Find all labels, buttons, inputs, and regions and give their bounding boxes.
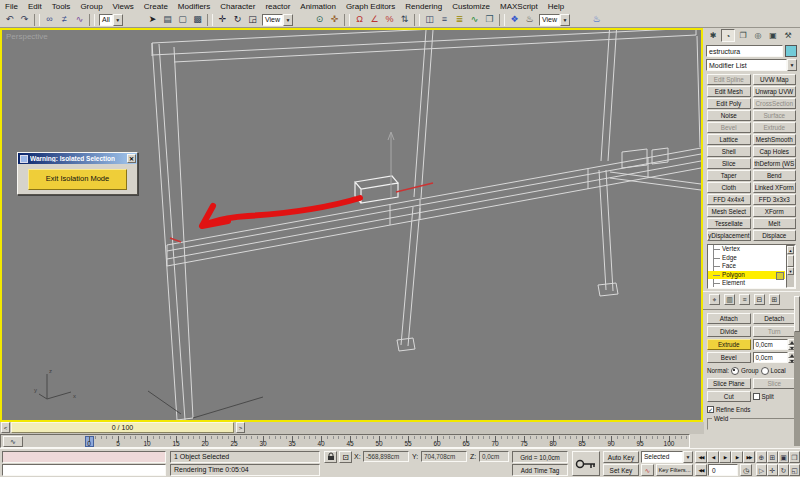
go-to-end-button[interactable]: ▶▶ [743, 451, 755, 463]
chevron-down-icon[interactable]: ▼ [560, 14, 570, 26]
y-coordinate-field[interactable]: 704,708cm [421, 451, 467, 462]
ffd-3x3x3-button[interactable]: FFD 3x3x3 [753, 194, 797, 205]
set-keys-button[interactable] [572, 451, 600, 476]
bind-to-space-warp-icon[interactable]: ∿ [72, 13, 87, 26]
stack-item-vertex[interactable]: Vertex [708, 245, 785, 254]
pin-stack-icon[interactable]: ⌖ [709, 294, 720, 305]
add-time-tag[interactable]: Add Time Tag [512, 464, 568, 476]
z-coordinate-field[interactable]: 0,0cm [479, 451, 509, 462]
perspective-viewport[interactable]: x y z Perspective [0, 28, 703, 422]
meshsmooth-button[interactable]: MeshSmooth [753, 134, 797, 145]
select-by-name-icon[interactable]: ▤ [160, 13, 175, 26]
select-and-link-icon[interactable]: ∞ [42, 13, 57, 26]
zoom-all-button[interactable]: ⊞ [767, 451, 778, 463]
attach-button[interactable]: Attach [707, 313, 751, 324]
chevron-down-icon[interactable]: ▼ [283, 14, 293, 26]
uvw-map-button[interactable]: UVW Map [753, 74, 797, 85]
menu-item-help[interactable]: Help [543, 2, 569, 11]
viewport-label[interactable]: Perspective [6, 32, 48, 41]
warning-dialog-titlebar[interactable]: Warning: Isolated Selection ✕ [18, 153, 137, 164]
menu-item-maxscript[interactable]: MAXScript [495, 2, 543, 11]
taper-button[interactable]: Taper [707, 170, 751, 181]
tab-hierarchy[interactable]: ❐ [736, 29, 750, 42]
scroll-up-icon[interactable]: ▲ [787, 246, 794, 254]
go-to-start-button[interactable]: ◀◀ [695, 451, 707, 463]
panel-scrollbar-thumb[interactable] [794, 296, 800, 332]
menu-item-create[interactable]: Create [139, 2, 173, 11]
key-filters-button[interactable]: Key Filters... [656, 464, 693, 476]
menu-item-file[interactable]: File [0, 2, 23, 11]
slice-plane-button[interactable]: Slice Plane [707, 378, 751, 389]
show-end-result-icon[interactable]: ▥ [724, 294, 735, 305]
selection-filter-dropdown[interactable]: All▼ [99, 14, 143, 26]
shell-button[interactable]: Shell [707, 146, 751, 157]
percent-snap-icon[interactable]: % [382, 13, 397, 26]
menu-item-group[interactable]: Group [75, 2, 107, 11]
time-slider-prev-button[interactable]: < [1, 422, 10, 433]
thdeform-ws-button[interactable]: thDeform (WS [753, 158, 797, 169]
menu-item-reactor[interactable]: reactor [260, 2, 295, 11]
mini-curve-editor-button[interactable]: ∿ [3, 436, 23, 447]
tab-display[interactable]: ▣ [766, 29, 780, 42]
exit-isolation-mode-button[interactable]: Exit Isolation Mode [28, 169, 127, 190]
menu-item-animation[interactable]: Animation [295, 2, 341, 11]
menu-item-views[interactable]: Views [108, 2, 139, 11]
reference-coordinate-dropdown[interactable]: View▼ [262, 14, 310, 26]
refine-ends-checkbox[interactable]: ✓ [707, 406, 714, 413]
material-editor-icon[interactable]: ❖ [507, 13, 522, 26]
stack-item-element[interactable]: Element [708, 279, 785, 288]
object-color-swatch[interactable] [785, 45, 797, 57]
lattice-button[interactable]: Lattice [707, 134, 751, 145]
tab-motion[interactable]: ◎ [751, 29, 765, 42]
previous-key-button[interactable]: ◀◀ [695, 464, 707, 476]
zoom-extents-button[interactable]: ▣ [778, 451, 789, 463]
use-pivot-point-icon[interactable]: ⊙ [312, 13, 327, 26]
chevron-down-icon[interactable]: ▼ [683, 451, 693, 463]
split-checkbox[interactable] [753, 393, 760, 400]
object-name-field[interactable]: estructura [706, 45, 783, 57]
menu-item-modifiers[interactable]: Modifiers [173, 2, 215, 11]
cut-button[interactable]: Cut [707, 391, 751, 402]
modifier-list-dropdown[interactable]: Modifier List [706, 59, 787, 71]
normal-group-radio[interactable] [731, 367, 739, 375]
render-type-dropdown[interactable]: View▼ [539, 14, 587, 26]
arc-rotate-button[interactable]: ↻ [778, 464, 789, 476]
default-in-out-tangents-button[interactable]: ∿ [641, 464, 654, 476]
time-slider-handle[interactable]: 0 / 100 [11, 422, 234, 433]
stack-scrollbar[interactable]: ▲▼ [786, 245, 795, 288]
edit-poly-button[interactable]: Edit Poly [707, 98, 751, 109]
ydisplacement-button[interactable]: yDisplacement [707, 230, 751, 241]
xform-button[interactable]: XForm [753, 206, 797, 217]
curve-editor-icon[interactable]: ∿ [467, 13, 482, 26]
mesh-select-button[interactable]: Mesh Select [707, 206, 751, 217]
zoom-extents-all-button[interactable]: ❐ [789, 451, 800, 463]
configure-modifier-sets-icon[interactable]: ⊞ [769, 294, 780, 305]
ffd-4x4x4-button[interactable]: FFD 4x4x4 [707, 194, 751, 205]
displace-button[interactable]: Displace [753, 230, 797, 241]
menu-item-tools[interactable]: Tools [47, 2, 76, 11]
snap-toggle-3d-icon[interactable]: Ω [352, 13, 367, 26]
previous-frame-button[interactable]: ◀ [707, 451, 719, 463]
cloth-button[interactable]: Cloth [707, 182, 751, 193]
maxscript-mini-listener-pink[interactable] [2, 451, 166, 463]
selection-set-dropdown[interactable]: Selected ▼ [641, 451, 693, 463]
select-and-manipulate-icon[interactable]: ✜ [327, 13, 342, 26]
track-bar[interactable]: ∿ 05101520253035404550556065707580859095… [0, 434, 690, 448]
menu-item-customize[interactable]: Customize [447, 2, 495, 11]
noise-button[interactable]: Noise [707, 110, 751, 121]
panel-scrollbar[interactable] [794, 296, 800, 446]
maxscript-mini-listener-white[interactable] [2, 464, 166, 476]
extrude-amount-field[interactable]: 0,0cm [753, 339, 789, 350]
bevel-amount-field[interactable]: 0,0cm [753, 352, 789, 363]
time-configuration-button[interactable]: ◷ [740, 464, 752, 476]
stack-item-face[interactable]: Face [708, 262, 785, 271]
menu-item-edit[interactable]: Edit [23, 2, 47, 11]
render-scene-icon[interactable]: ♨ [522, 13, 537, 26]
quick-render-icon[interactable]: ♨ [589, 13, 604, 26]
angle-snap-icon[interactable]: ∠ [367, 13, 382, 26]
select-and-scale-icon[interactable]: ◲ [245, 13, 260, 26]
make-unique-icon[interactable]: ≡ [739, 294, 750, 305]
cap-holes-button[interactable]: Cap Holes [753, 146, 797, 157]
pan-button[interactable]: ✛ [767, 464, 778, 476]
stack-item-polygon[interactable]: Polygon [708, 271, 785, 280]
